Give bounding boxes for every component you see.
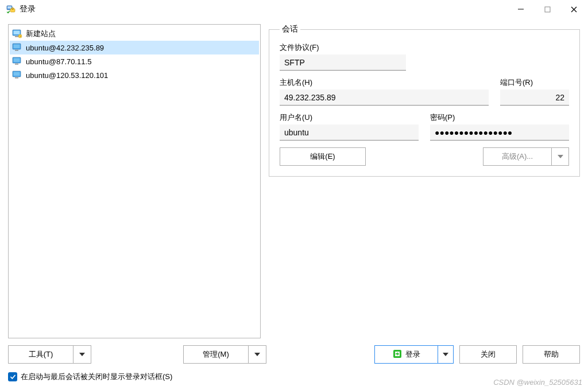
minimize-button[interactable] (508, 0, 534, 18)
svg-rect-17 (15, 64, 18, 65)
login-label: 登录 (405, 349, 420, 360)
site-item[interactable]: ubuntu@120.53.120.101 (10, 68, 259, 82)
login-icon (393, 349, 402, 360)
username-label: 用户名(U) (280, 112, 419, 123)
monitor-icon (12, 43, 22, 52)
edit-button[interactable]: 编辑(E) (280, 147, 366, 166)
svg-rect-19 (14, 72, 20, 76)
password-label: 密码(P) (430, 112, 569, 123)
protocol-label: 文件协议(F) (280, 42, 406, 53)
svg-rect-16 (14, 58, 20, 63)
checkbox-checked-icon (8, 372, 17, 381)
monitor-icon (12, 71, 22, 80)
monitor-icon (12, 29, 22, 38)
site-item[interactable]: ubuntu@87.70.11.5 (10, 54, 259, 68)
port-input[interactable] (500, 89, 569, 106)
svg-rect-14 (15, 50, 18, 51)
login-button[interactable]: 登录 (374, 345, 454, 364)
maximize-button[interactable] (534, 0, 560, 18)
help-button[interactable]: 帮助 (523, 345, 580, 364)
host-input[interactable] (280, 89, 489, 106)
close-button[interactable] (560, 0, 587, 18)
advanced-button[interactable]: 高级(A)... (483, 147, 552, 166)
port-label: 端口号(R) (500, 77, 569, 88)
window-title: 登录 (20, 4, 36, 14)
svg-rect-1 (7, 6, 11, 9)
site-item[interactable]: ubuntu@42.232.235.89 (10, 41, 259, 54)
site-label: ubuntu@42.232.235.89 (26, 44, 104, 52)
sites-tree[interactable]: 新建站点 ubuntu@42.232.235.89 ubuntu@87.70.1… (8, 24, 261, 338)
app-icon (6, 4, 16, 14)
title-bar: 登录 (0, 0, 588, 18)
site-label: 新建站点 (26, 29, 56, 39)
monitor-icon (12, 57, 22, 66)
protocol-select[interactable] (280, 54, 406, 71)
site-label: ubuntu@87.70.11.5 (26, 57, 91, 66)
manage-label: 管理(M) (183, 345, 248, 364)
password-input[interactable] (430, 124, 569, 141)
login-dropdown[interactable] (438, 345, 454, 364)
host-label: 主机名(H) (280, 77, 489, 88)
svg-rect-10 (15, 36, 18, 37)
new-site-folder[interactable]: 新建站点 (10, 27, 259, 41)
svg-rect-9 (14, 31, 20, 35)
site-label: ubuntu@120.53.120.101 (26, 71, 108, 80)
session-fieldset: 会话 文件协议(F) 主机名(H) 端口号(R) 用户名(U) (269, 24, 580, 177)
tools-dropdown[interactable]: 工具(T) (8, 345, 91, 364)
manage-dropdown[interactable]: 管理(M) (183, 345, 266, 364)
svg-rect-20 (15, 77, 18, 79)
username-input[interactable] (280, 124, 419, 141)
show-dialog-label: 在启动与最后会话被关闭时显示登录对话框(S) (21, 372, 172, 382)
chevron-down-icon (73, 345, 91, 364)
tools-label: 工具(T) (8, 345, 73, 364)
show-dialog-checkbox-row[interactable]: 在启动与最后会话被关闭时显示登录对话框(S) (8, 372, 172, 382)
close-session-button[interactable]: 关闭 (459, 345, 517, 364)
advanced-dropdown[interactable] (552, 147, 569, 166)
svg-rect-2 (10, 9, 15, 12)
svg-rect-13 (14, 45, 20, 49)
chevron-down-icon (248, 345, 266, 364)
watermark-text: CSDN @weixin_52505631 (493, 378, 582, 387)
svg-rect-5 (545, 7, 550, 12)
session-legend: 会话 (280, 24, 300, 34)
